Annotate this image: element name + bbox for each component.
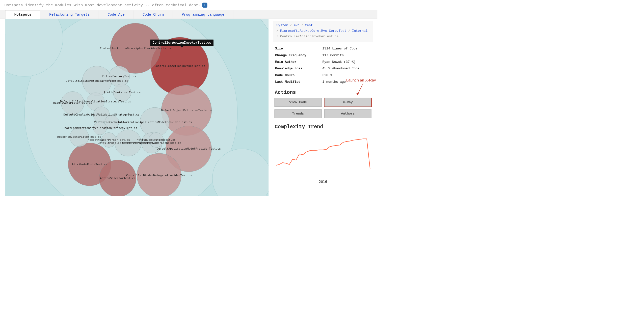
breadcrumb-link[interactable]: mvc (293, 24, 299, 27)
annotation-arrow-icon (355, 84, 364, 97)
tab-code-churn[interactable]: Code Churn (134, 11, 173, 19)
hotspot-bubble[interactable] (61, 92, 84, 115)
breadcrumb-current: ControllerActionInvokerTest.cs (280, 35, 339, 39)
plus-icon[interactable]: + (202, 3, 207, 8)
meta-churn-value: 320 % (322, 73, 332, 77)
tab-hotspots[interactable]: Hotspots (5, 10, 40, 19)
meta-changefreq-label: Change Frequency (275, 53, 323, 57)
hotspot-bubble[interactable] (93, 122, 107, 135)
hotspot-bubble[interactable] (140, 107, 169, 137)
meta-lastmod-value: 1 months ago (322, 80, 346, 84)
tab-code-age[interactable]: Code Age (99, 11, 133, 19)
complexity-trend-heading: Complexity Trend (275, 124, 373, 130)
hotspot-visualization[interactable]: ControllerActionInvokerTest.csController… (5, 19, 269, 196)
breadcrumb-link[interactable]: System (276, 24, 288, 27)
meta-churn-label: Code Churn (275, 73, 323, 77)
meta-lastmod-label: Last Modified (275, 80, 323, 84)
meta-changefreq-value: 117 Commits (322, 53, 344, 57)
view-code-button[interactable]: View Code (275, 98, 322, 107)
meta-size-label: Size (275, 47, 323, 51)
complexity-trend-chart[interactable]: 2016 (273, 131, 373, 187)
meta-author-value: Ryan Nowak (37 %) (322, 60, 356, 64)
tab-bar: HotspotsRefactoring TargetsCode AgeCode … (0, 10, 377, 19)
intro-text: Hotspots identify the modules with most … (0, 0, 377, 10)
breadcrumb-link[interactable]: Microsoft.AspNetCore.Mvc.Core.Test (280, 29, 346, 33)
xray-button[interactable]: X-Ray (324, 98, 371, 107)
intro-label: Hotspots identify the modules with most … (5, 3, 201, 8)
meta-size-value: 1314 Lines of Code (322, 47, 357, 51)
hotspot-bubble[interactable] (115, 130, 141, 156)
authors-button[interactable]: Authors (324, 109, 371, 118)
trend-x-tick: 2016 (319, 180, 327, 184)
hotspot-bubble[interactable] (99, 160, 136, 196)
breadcrumb-link[interactable]: test (305, 24, 313, 27)
meta-knowledge-label: Knowledge Loss (275, 67, 323, 71)
breadcrumb: System/mvc/test/Microsoft.AspNetCore.Mvc… (273, 21, 373, 42)
trends-button[interactable]: Trends (275, 109, 322, 118)
trend-line (276, 139, 370, 169)
hotspot-bubble[interactable] (105, 115, 119, 129)
tooltip-label: ControllerActionInvokerTest.cs (153, 41, 211, 45)
tab-refactoring-targets[interactable]: Refactoring Targets (40, 11, 99, 19)
hotspot-bubble[interactable] (149, 133, 164, 148)
hotspot-bubble[interactable] (137, 153, 181, 196)
tab-programming-language[interactable]: Programming Language (173, 11, 233, 19)
hotspot-bubble[interactable] (82, 66, 112, 96)
annotation-text: Launch an X-Ray (346, 78, 376, 82)
meta-knowledge-value: 45 % Abandoned Code (322, 67, 359, 71)
hotspot-bubble[interactable] (110, 23, 160, 73)
hotspot-bubble[interactable] (70, 127, 89, 147)
hotspot-bubble[interactable] (109, 66, 129, 87)
side-panel: System/mvc/test/Microsoft.AspNetCore.Mvc… (269, 19, 377, 196)
hotspot-bubble[interactable] (113, 84, 131, 101)
hotspot-bubble[interactable] (101, 133, 116, 148)
hotspot-tooltip: ControllerActionInvokerTest.cs (150, 39, 213, 46)
meta-author-label: Main Author (275, 60, 323, 64)
breadcrumb-link[interactable]: Internal (352, 29, 368, 33)
